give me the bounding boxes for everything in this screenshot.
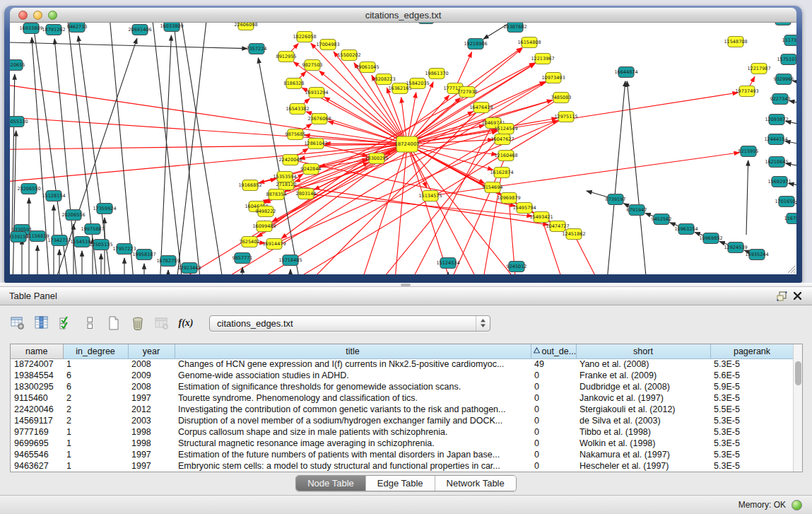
zoom-window-icon[interactable] bbox=[48, 11, 57, 20]
table-cell[interactable]: 5.3E-5 bbox=[710, 438, 794, 449]
column-header-pagerank[interactable]: pagerank bbox=[710, 344, 794, 358]
table-cell[interactable]: 18724007 bbox=[11, 358, 63, 370]
table-cell[interactable]: 1 bbox=[63, 426, 128, 438]
graph-node[interactable] bbox=[418, 23, 434, 24]
close-panel-icon[interactable] bbox=[789, 289, 805, 303]
table-row[interactable]: 946554611997Estimation of the future num… bbox=[11, 449, 794, 460]
network-canvas[interactable]: 1872400718226058891295598275038186328169… bbox=[10, 23, 796, 274]
splitter-handle[interactable] bbox=[401, 284, 411, 286]
table-cell[interactable]: Yano et al. (2008) bbox=[576, 358, 710, 370]
table-cell[interactable]: 0 bbox=[531, 449, 576, 460]
table-cell[interactable]: 5.3E-5 bbox=[710, 415, 794, 426]
table-cell[interactable]: Franke et al. (2009) bbox=[576, 370, 710, 381]
table-cell[interactable]: 2008 bbox=[128, 381, 175, 392]
table-row[interactable]: 1456911722003Disruption of a novel membe… bbox=[11, 415, 794, 426]
table-cell[interactable]: 5.3E-5 bbox=[710, 460, 794, 472]
table-cell[interactable]: 9699695 bbox=[11, 438, 63, 449]
column-header-year[interactable]: year bbox=[128, 344, 175, 358]
table-cell[interactable]: Stergiakouli et al. (2012) bbox=[576, 404, 710, 415]
table-row[interactable]: 977716911998Corpus callosum shape and si… bbox=[11, 426, 794, 438]
column-header-short[interactable]: short bbox=[576, 344, 710, 358]
vertical-scrollbar[interactable] bbox=[793, 344, 802, 472]
table-cell[interactable]: 2003 bbox=[128, 415, 175, 426]
column-header-in_degree[interactable]: in_degree bbox=[63, 344, 128, 358]
table-cell[interactable]: 0 bbox=[531, 426, 576, 438]
table-cell[interactable]: Corpus callosum shape and size in male p… bbox=[175, 426, 531, 438]
table-cell[interactable]: 2 bbox=[63, 404, 128, 415]
table-cell[interactable]: 2008 bbox=[128, 358, 175, 370]
table-cell[interactable]: 9463627 bbox=[11, 460, 63, 472]
table-row[interactable]: 2242004622012Investigating the contribut… bbox=[11, 404, 794, 415]
table-cell[interactable]: 1 bbox=[63, 449, 128, 460]
table-cell[interactable]: 0 bbox=[531, 404, 576, 415]
table-cell[interactable]: 9777169 bbox=[11, 426, 63, 438]
table-cell[interactable]: Embryonic stem cells: a model to study s… bbox=[175, 460, 531, 472]
scrollbar-thumb[interactable] bbox=[795, 361, 801, 385]
table-cell[interactable]: 19384554 bbox=[11, 370, 63, 381]
table-cell[interactable]: 1998 bbox=[128, 438, 175, 449]
float-panel-icon[interactable] bbox=[774, 289, 789, 303]
table-row[interactable]: 946362711997Embryonic stem cells: a mode… bbox=[11, 460, 794, 472]
table-cell[interactable]: de Silva et al. (2003) bbox=[576, 415, 710, 426]
table-cell[interactable]: 1 bbox=[63, 460, 128, 472]
table-cell[interactable]: 5.3E-5 bbox=[710, 392, 794, 404]
table-cell[interactable]: 1998 bbox=[128, 426, 175, 438]
table-cell[interactable]: 0 bbox=[531, 415, 576, 426]
minimize-window-icon[interactable] bbox=[33, 11, 42, 20]
table-cell[interactable]: Nakamura et al. (1997) bbox=[576, 449, 710, 460]
table-cell[interactable]: 2 bbox=[63, 415, 128, 426]
table-row[interactable]: 969969511998Structural magnetic resonanc… bbox=[11, 438, 794, 449]
memory-ok-indicator-icon[interactable] bbox=[792, 500, 802, 510]
table-cell[interactable]: 1997 bbox=[128, 449, 175, 460]
table-cell[interactable]: 1997 bbox=[128, 392, 175, 404]
table-cell[interactable]: Changes of HCN gene expression and I(f) … bbox=[175, 358, 531, 370]
table-row[interactable]: 911546021997Tourette syndrome. Phenomeno… bbox=[11, 392, 794, 404]
table-cell[interactable]: 1997 bbox=[128, 460, 175, 472]
table-cell[interactable]: 5.3E-5 bbox=[710, 358, 794, 370]
table-cell[interactable]: 9465546 bbox=[11, 449, 63, 460]
table-cell[interactable]: 5.5E-5 bbox=[710, 404, 794, 415]
table-cell[interactable]: 6 bbox=[63, 381, 128, 392]
close-window-icon[interactable] bbox=[18, 11, 28, 20]
new-document-icon[interactable] bbox=[103, 313, 124, 333]
table-cell[interactable]: Hescheler et al. (1997) bbox=[576, 460, 710, 472]
table-cell[interactable]: 1 bbox=[63, 358, 128, 370]
table-cell[interactable]: 5.3E-5 bbox=[710, 449, 794, 460]
table-cell[interactable]: 49 bbox=[531, 358, 576, 370]
table-cell[interactable]: 1 bbox=[63, 438, 128, 449]
table-settings-icon[interactable] bbox=[7, 313, 28, 333]
select-checks-icon[interactable] bbox=[55, 313, 76, 333]
table-row[interactable]: 1938455462009Genome-wide association stu… bbox=[11, 370, 794, 381]
table-column-icon[interactable] bbox=[31, 313, 52, 333]
table-cell[interactable]: 6 bbox=[63, 370, 128, 381]
network-selector-dropdown[interactable]: citations_edges.txt bbox=[209, 315, 490, 332]
tab-edge-table[interactable]: Edge Table bbox=[366, 476, 435, 491]
table-cell[interactable]: Disruption of a novel member of a sodium… bbox=[175, 415, 531, 426]
function-builder-icon[interactable]: f(x) bbox=[175, 313, 196, 333]
table-cell[interactable]: 0 bbox=[531, 381, 576, 392]
trash-icon[interactable] bbox=[127, 313, 148, 333]
table-cell[interactable]: 14569117 bbox=[11, 415, 63, 426]
table-cell[interactable]: Dudbridge et al. (2008) bbox=[576, 381, 710, 392]
table-cell[interactable]: Investigating the contribution of common… bbox=[175, 404, 531, 415]
table-row[interactable]: 1872400712008Changes of HCN gene express… bbox=[11, 358, 794, 370]
table-cell[interactable]: 18300295 bbox=[11, 381, 63, 392]
tab-node-table[interactable]: Node Table bbox=[296, 476, 366, 491]
table-cell[interactable]: 2012 bbox=[128, 404, 175, 415]
table-cell[interactable]: Wolkin et al. (1998) bbox=[576, 438, 710, 449]
column-header-out_de[interactable]: out_de... bbox=[531, 344, 576, 358]
table-cell[interactable]: Genome-wide association studies in ADHD. bbox=[175, 370, 531, 381]
table-cell[interactable]: Structural magnetic resonance image aver… bbox=[175, 438, 531, 449]
table-cell[interactable]: 0 bbox=[531, 370, 576, 381]
table-cell[interactable]: 0 bbox=[531, 460, 576, 472]
table-cell[interactable]: 5.6E-5 bbox=[710, 370, 794, 381]
table-cell[interactable]: 5.9E-5 bbox=[710, 381, 794, 392]
table-cell[interactable]: 22420046 bbox=[11, 404, 63, 415]
table-cell[interactable]: Estimation of the future numbers of pati… bbox=[175, 449, 531, 460]
table-row[interactable]: 1830029562008Estimation of significance … bbox=[11, 381, 794, 392]
table-cell[interactable]: Jankovic et al. (1997) bbox=[576, 392, 710, 404]
table-cell[interactable]: 9115460 bbox=[11, 392, 63, 404]
table-cell[interactable]: 2009 bbox=[128, 370, 175, 381]
table-cell[interactable]: Tibbo et al. (1998) bbox=[576, 426, 710, 438]
table-cell[interactable]: 0 bbox=[531, 392, 576, 404]
